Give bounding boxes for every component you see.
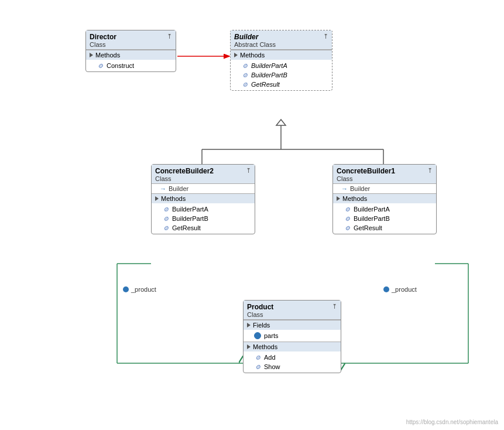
- director-methods-header[interactable]: Methods: [86, 50, 176, 60]
- builder-methods-header[interactable]: Methods: [231, 50, 332, 60]
- cb1-method-1: BuilderPartA: [354, 206, 390, 213]
- cb2-title: ConcreteBuilder2: [155, 167, 214, 175]
- builder-method-3: GetResult: [251, 81, 280, 88]
- product-fields-triangle: [247, 323, 251, 327]
- product-header: Product Class ⤒: [244, 301, 341, 320]
- product-method-show: Show: [264, 363, 280, 370]
- cb1-parent-label: Builder: [350, 185, 370, 192]
- director-methods-items: ⚙ Construct: [86, 60, 176, 71]
- director-construct: Construct: [107, 62, 134, 69]
- builder-methods-triangle: [234, 53, 238, 57]
- builder-methods-label: Methods: [240, 52, 265, 59]
- director-methods-triangle: [90, 53, 93, 57]
- list-item: ⚙ BuilderPartB: [231, 70, 332, 80]
- list-item: ⚙ GetResult: [333, 223, 436, 233]
- builder-methods-section: Methods ⚙ BuilderPartA ⚙ BuilderPartB ⚙ …: [231, 50, 332, 90]
- list-item: ⚙ BuilderPartA: [231, 61, 332, 70]
- cb1-collapse-icon[interactable]: ⤒: [427, 167, 433, 175]
- cb1-methods-items: ⚙ BuilderPartA ⚙ BuilderPartB ⚙ GetResul…: [333, 203, 436, 234]
- product-type: Class: [247, 311, 273, 318]
- product-methods-triangle: [247, 344, 251, 349]
- product-field-parts: parts: [264, 332, 278, 339]
- product-fields-items: parts: [244, 330, 341, 342]
- cb2-collapse-icon[interactable]: ⤒: [246, 167, 251, 175]
- product-methods-label: Methods: [253, 343, 277, 350]
- product-collapse-icon[interactable]: ⤒: [332, 303, 337, 310]
- cb2-parent-ref: → Builder: [152, 184, 255, 193]
- director-methods-label: Methods: [95, 52, 120, 59]
- product-method-add: Add: [264, 354, 276, 361]
- list-item: ⚙ GetResult: [152, 223, 255, 233]
- product-label-right-text: _product: [392, 286, 417, 293]
- builder-type: Abstract Class: [234, 41, 276, 48]
- cb2-methods-items: ⚙ BuilderPartA ⚙ BuilderPartB ⚙ GetResul…: [152, 203, 255, 234]
- gear-icon: ⚙: [162, 215, 169, 222]
- cb1-method-3: GetResult: [354, 224, 382, 231]
- builder-collapse-icon[interactable]: ⤒: [323, 33, 328, 40]
- product-fields-label: Fields: [253, 322, 270, 329]
- product-methods-header[interactable]: Methods: [244, 342, 341, 351]
- cb2-parent-label: Builder: [169, 185, 188, 192]
- product-label-right: _product: [383, 286, 417, 293]
- cb2-methods-section: Methods ⚙ BuilderPartA ⚙ BuilderPartB ⚙ …: [152, 193, 255, 234]
- builder-title: Builder: [234, 33, 276, 41]
- product-methods-items: ⚙ Add ⚙ Show: [244, 351, 341, 373]
- cb2-type: Class: [155, 175, 214, 182]
- cb2-parent-arrow: →: [160, 185, 166, 192]
- cb1-type: Class: [337, 175, 395, 182]
- cb1-header: ConcreteBuilder1 Class ⤒: [333, 165, 436, 184]
- product-methods-section: Methods ⚙ Add ⚙ Show: [244, 342, 341, 373]
- product-box: Product Class ⤒ Fields parts Methods: [243, 300, 341, 373]
- list-item: ⚙ Add: [244, 353, 341, 362]
- product-title: Product: [247, 303, 273, 311]
- concrete-builder1-box: ConcreteBuilder1 Class ⤒ → Builder Metho…: [332, 164, 437, 234]
- gear-icon: ⚙: [241, 81, 248, 88]
- cb2-methods-triangle: [155, 196, 159, 201]
- product-fields-section: Fields parts: [244, 320, 341, 342]
- cb2-header: ConcreteBuilder2 Class ⤒: [152, 165, 255, 184]
- watermark: https://blog.csdn.net/sophiemantela: [406, 419, 498, 425]
- list-item: ⚙ Construct: [86, 61, 176, 70]
- cb1-parent-arrow: →: [341, 185, 348, 192]
- builder-method-1: BuilderPartA: [251, 62, 287, 69]
- field-dot-icon: [383, 286, 389, 292]
- list-item: ⚙ BuilderPartB: [333, 214, 436, 223]
- product-label-left: _product: [123, 286, 156, 293]
- gear-icon: ⚙: [344, 224, 351, 231]
- builder-methods-items: ⚙ BuilderPartA ⚙ BuilderPartB ⚙ GetResul…: [231, 60, 332, 90]
- svg-marker-5: [276, 120, 286, 125]
- list-item: ⚙ Show: [244, 362, 341, 371]
- builder-method-2: BuilderPartB: [251, 71, 287, 79]
- cb2-method-3: GetResult: [172, 224, 201, 231]
- director-box: Director Class ⤒ Methods ⚙ Construct: [85, 30, 176, 72]
- concrete-builder2-box: ConcreteBuilder2 Class ⤒ → Builder Metho…: [151, 164, 255, 234]
- cb1-methods-header[interactable]: Methods: [333, 193, 436, 203]
- gear-icon: ⚙: [97, 62, 104, 69]
- cb1-methods-triangle: [337, 196, 340, 201]
- cb1-method-2: BuilderPartB: [354, 215, 390, 222]
- director-title: Director: [90, 33, 116, 41]
- cb1-parent-ref: → Builder: [333, 184, 436, 193]
- list-item: parts: [244, 331, 341, 340]
- list-item: ⚙ BuilderPartA: [152, 204, 255, 214]
- cb1-methods-label: Methods: [342, 195, 367, 202]
- director-header: Director Class ⤒: [86, 30, 176, 50]
- gear-icon: ⚙: [162, 224, 169, 231]
- director-methods-section: Methods ⚙ Construct: [86, 50, 176, 71]
- field-dot-icon: [123, 286, 129, 292]
- gear-icon: ⚙: [254, 354, 261, 361]
- product-fields-header[interactable]: Fields: [244, 320, 341, 330]
- gear-icon: ⚙: [254, 363, 261, 370]
- gear-icon: ⚙: [162, 206, 169, 213]
- diagram-container: Director Class ⤒ Methods ⚙ Construct Bui…: [0, 0, 504, 430]
- gear-icon: ⚙: [241, 62, 248, 69]
- builder-box: Builder Abstract Class ⤒ Methods ⚙ Build…: [230, 30, 332, 91]
- field-icon: [254, 332, 261, 339]
- director-type: Class: [90, 41, 116, 48]
- cb2-methods-header[interactable]: Methods: [152, 193, 255, 203]
- cb2-method-2: BuilderPartB: [172, 215, 208, 222]
- cb1-methods-section: Methods ⚙ BuilderPartA ⚙ BuilderPartB ⚙ …: [333, 193, 436, 234]
- director-collapse-icon[interactable]: ⤒: [167, 33, 172, 40]
- cb2-method-1: BuilderPartA: [172, 206, 208, 213]
- product-label-left-text: _product: [131, 286, 156, 293]
